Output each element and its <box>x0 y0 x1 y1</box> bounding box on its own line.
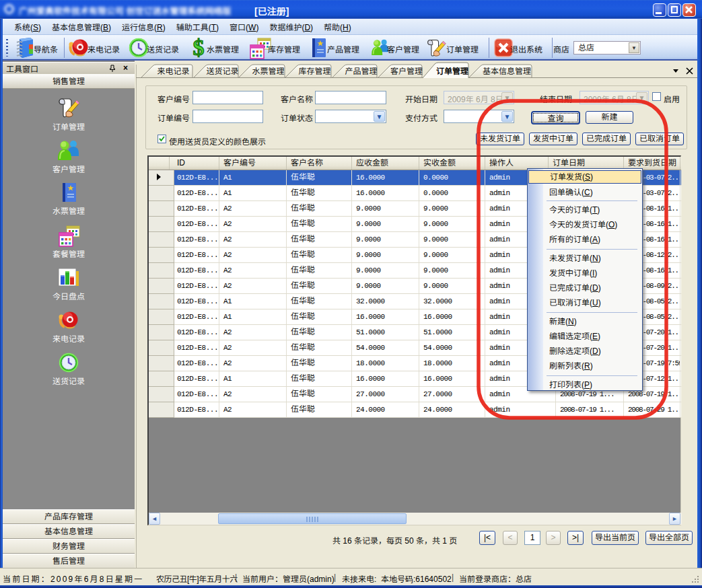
svg-text:送货记录: 送货记录 <box>206 67 238 76</box>
svg-text:库存管理: 库存管理 <box>298 67 330 76</box>
svg-text:$: $ <box>193 36 205 60</box>
svg-text:订单管理: 订单管理 <box>436 67 468 76</box>
svg-text:基本信息管理: 基本信息管理 <box>483 67 531 76</box>
svg-text:水票管理: 水票管理 <box>252 67 284 76</box>
svg-text:来电记录: 来电记录 <box>157 67 189 76</box>
svg-text:产品管理: 产品管理 <box>345 67 377 76</box>
svg-text:客户管理: 客户管理 <box>390 67 423 76</box>
